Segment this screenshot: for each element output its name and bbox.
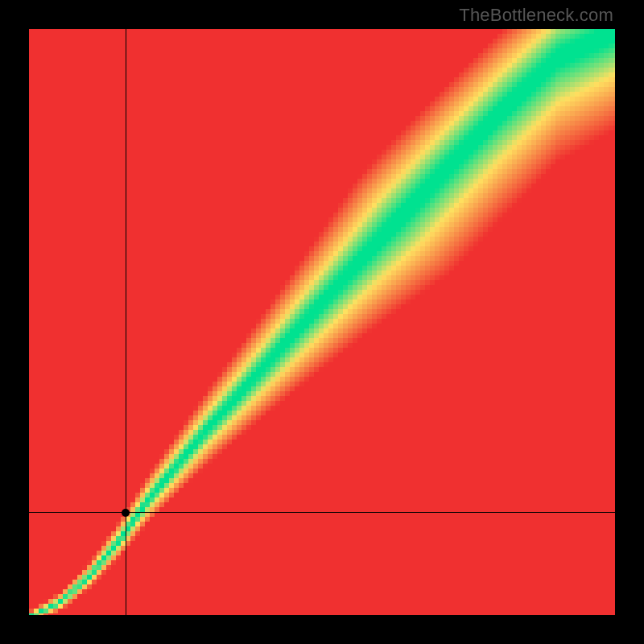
watermark-text: TheBottleneck.com	[459, 5, 613, 26]
chart-container: TheBottleneck.com	[0, 0, 644, 644]
plot-area	[29, 29, 615, 615]
heatmap-canvas	[29, 29, 615, 615]
